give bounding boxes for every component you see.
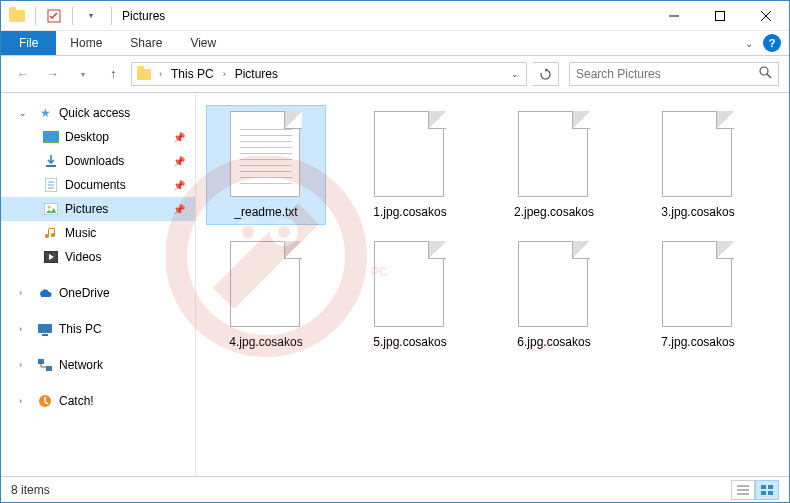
properties-icon[interactable] [46,8,62,24]
chevron-right-icon[interactable]: › [220,69,229,79]
view-details-button[interactable] [731,480,755,500]
sidebar-item-videos[interactable]: Videos [1,245,195,269]
tree-label: Videos [65,250,101,264]
tree-onedrive[interactable]: ›OneDrive [1,281,195,305]
pin-icon: 📌 [173,204,185,215]
ribbon-tab-view[interactable]: View [176,31,230,55]
status-bar: 8 items [1,476,789,502]
sidebar-item-desktop[interactable]: Desktop📌 [1,125,195,149]
maximize-button[interactable] [697,1,743,30]
tree-label: Documents [65,178,126,192]
pc-icon [37,321,53,337]
chevron-right-icon[interactable]: › [19,288,31,298]
cloud-icon [37,285,53,301]
file-icon [230,241,302,329]
chevron-right-icon[interactable]: › [156,69,165,79]
ribbon-tab-home[interactable]: Home [56,31,116,55]
tree-catch-[interactable]: ›Catch! [1,389,195,413]
file-grid[interactable]: _readme.txt1.jpg.cosakos2.jpeg.cosakos3.… [196,93,789,476]
tree-quick-access[interactable]: ⌄ ★ Quick access [1,101,195,125]
quick-access-toolbar: ▾ [1,1,107,30]
svg-rect-28 [38,359,44,364]
back-button[interactable]: ← [11,62,35,86]
file-icon [230,111,302,199]
breadcrumb-item[interactable]: Pictures [233,67,280,81]
folder-icon [9,8,25,24]
address-bar[interactable]: › This PC › Pictures ⌄ [131,62,527,86]
sidebar-item-documents[interactable]: Documents📌 [1,173,195,197]
separator [72,7,73,25]
tree-label: OneDrive [59,286,110,300]
navigation-bar: ← → ▾ ↑ › This PC › Pictures ⌄ [1,56,789,92]
sidebar-item-pictures[interactable]: Pictures📌 [1,197,195,221]
sidebar-item-downloads[interactable]: Downloads📌 [1,149,195,173]
ribbon-file-tab[interactable]: File [1,31,56,55]
desktop-icon [43,129,59,145]
file-item[interactable]: 2.jpeg.cosakos [494,105,614,225]
explorer-window: PC risk .com ▾ Pictures File Home Share [0,0,790,503]
ribbon-expand-icon[interactable]: ⌄ [745,38,753,49]
svg-rect-37 [768,491,773,495]
file-name: 4.jpg.cosakos [229,335,302,349]
refresh-button[interactable] [533,62,559,86]
recent-dropdown-icon[interactable]: ▾ [71,62,95,86]
documents-icon [43,177,59,193]
svg-line-15 [767,74,771,78]
file-icon [518,241,590,329]
tree-label: Pictures [65,202,108,216]
svg-rect-11 [716,11,725,20]
file-icon [374,111,446,199]
file-item[interactable]: 5.jpg.cosakos [350,235,470,355]
file-item[interactable]: 1.jpg.cosakos [350,105,470,225]
tree-label: Desktop [65,130,109,144]
chevron-right-icon[interactable]: › [19,360,31,370]
svg-rect-18 [46,165,56,167]
tree-network[interactable]: ›Network [1,353,195,377]
file-icon [662,241,734,329]
chevron-right-icon[interactable]: › [19,396,31,406]
file-name: 5.jpg.cosakos [373,335,446,349]
file-item[interactable]: 3.jpg.cosakos [638,105,758,225]
svg-rect-34 [761,485,766,489]
help-icon[interactable]: ? [763,34,781,52]
close-button[interactable] [743,1,789,30]
navigation-pane[interactable]: ⌄ ★ Quick access Desktop📌Downloads📌Docum… [1,93,196,476]
search-icon[interactable] [759,66,772,82]
tree-this-pc[interactable]: ›This PC [1,317,195,341]
up-button[interactable]: ↑ [101,62,125,86]
qat-dropdown-icon[interactable]: ▾ [83,8,99,24]
file-item[interactable]: 6.jpg.cosakos [494,235,614,355]
breadcrumb-item[interactable]: This PC [169,67,216,81]
ribbon-tab-share[interactable]: Share [116,31,176,55]
sidebar-item-music[interactable]: Music [1,221,195,245]
file-name: 2.jpeg.cosakos [514,205,594,219]
file-item[interactable]: 4.jpg.cosakos [206,235,326,355]
file-name: _readme.txt [234,205,297,219]
file-icon [518,111,590,199]
window-controls [651,1,789,30]
svg-point-24 [48,206,51,209]
window-title: Pictures [116,9,165,23]
svg-point-14 [760,67,768,75]
tree-label: Music [65,226,96,240]
music-icon [43,225,59,241]
tree-label: Downloads [65,154,124,168]
file-item[interactable]: 7.jpg.cosakos [638,235,758,355]
file-icon [662,111,734,199]
file-item[interactable]: _readme.txt [206,105,326,225]
star-icon: ★ [37,105,53,121]
search-input[interactable] [576,67,759,81]
pin-icon: 📌 [173,132,185,143]
file-name: 7.jpg.cosakos [661,335,734,349]
chevron-right-icon[interactable]: › [19,324,31,334]
forward-button[interactable]: → [41,62,65,86]
minimize-button[interactable] [651,1,697,30]
address-dropdown-icon[interactable]: ⌄ [508,69,522,79]
search-box[interactable] [569,62,779,86]
file-name: 1.jpg.cosakos [373,205,446,219]
separator [111,7,112,25]
svg-rect-36 [761,491,766,495]
view-large-icons-button[interactable] [755,480,779,500]
chevron-down-icon[interactable]: ⌄ [19,108,31,118]
file-name: 3.jpg.cosakos [661,205,734,219]
